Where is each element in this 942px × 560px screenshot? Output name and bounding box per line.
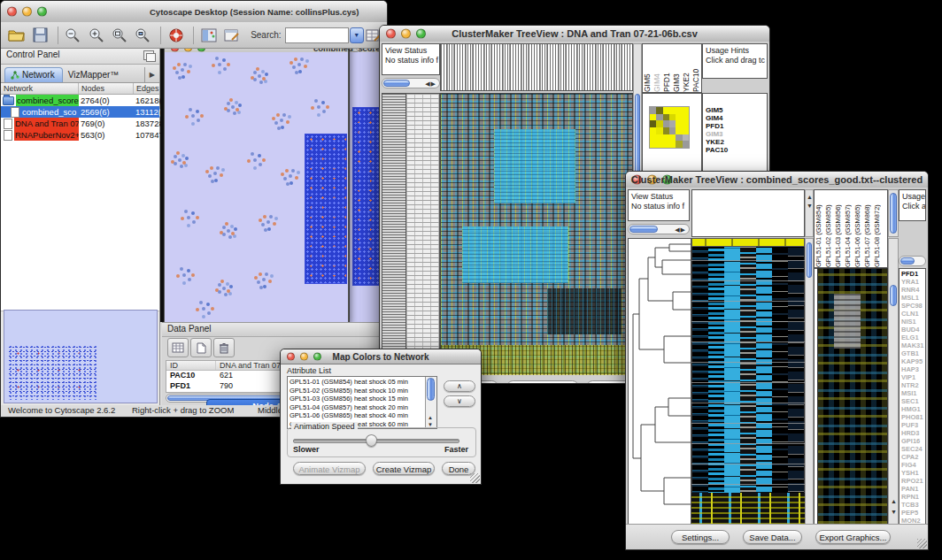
gene-label[interactable]: PHO81 <box>901 413 925 421</box>
tab-vizmapper[interactable]: VizMapper™ <box>63 68 127 82</box>
gene-label[interactable]: VIP1 <box>901 373 925 381</box>
chevron-down-icon[interactable]: ▼ <box>350 27 364 43</box>
attribute-list-vscrollbar[interactable]: ▲ ▼ <box>425 377 436 428</box>
col-edges[interactable]: Edges <box>134 83 163 94</box>
gene-label[interactable]: CLN1 <box>901 310 925 318</box>
column-label[interactable]: GIM5 <box>643 44 652 92</box>
gene-label[interactable]: SPC98 <box>901 302 925 310</box>
resize-grip[interactable] <box>470 473 480 483</box>
export-graphics-button[interactable]: Export Graphics... <box>815 530 891 544</box>
attribute-select-button[interactable] <box>167 338 189 357</box>
column-label[interactable]: GPL51-08 (GSM872) <box>873 191 883 267</box>
gene-label[interactable]: RNR4 <box>901 286 925 294</box>
attribute-item[interactable]: GPL51-04 (GSM857) heat shock 20 min <box>290 403 425 412</box>
network-view-frame[interactable]: combined_scores_good.txt--cluste... <box>164 49 349 322</box>
gene-label[interactable]: PAN1 <box>901 485 925 493</box>
attribute-listbox[interactable]: GPL51-01 (GSM854) heat shock 05 minGPL51… <box>287 376 437 429</box>
gene-label[interactable]: ELG1 <box>901 334 925 341</box>
row-label[interactable]: GIM5 <box>706 106 767 114</box>
minimize-button[interactable] <box>22 7 32 17</box>
save-session-button[interactable] <box>29 26 50 45</box>
column-label[interactable]: GIM3 <box>672 44 682 92</box>
tv2-titlebar[interactable]: ClusterMaker TreeView : combined_scores_… <box>626 172 928 188</box>
tv2-summary-heatmap[interactable] <box>817 268 888 525</box>
zoom-in-icon[interactable] <box>86 26 106 45</box>
gene-label[interactable]: YRA1 <box>901 278 925 286</box>
column-label[interactable]: PFD1 <box>662 44 672 92</box>
gene-label[interactable]: PFD1 <box>901 270 925 278</box>
tv2-right-hscrollbar[interactable] <box>899 256 926 266</box>
animate-vizmap-button[interactable]: Animate Vizmap <box>293 462 366 475</box>
minimize-button[interactable] <box>184 49 192 52</box>
tv2-left-hscrollbar[interactable]: ◀▶ <box>628 224 690 234</box>
zoom-selected-icon[interactable] <box>133 26 153 45</box>
column-label[interactable]: GPL51-04 (GSM857) <box>844 191 853 267</box>
gene-label[interactable]: GTB1 <box>901 349 925 357</box>
window-controls[interactable] <box>7 7 47 17</box>
open-session-button[interactable] <box>6 26 27 45</box>
scroll-arrows[interactable]: ◀▶ <box>675 226 686 234</box>
tv2-gene-vscrollbar[interactable]: ▲ ▼ <box>888 238 899 525</box>
dialog-titlebar[interactable]: Map Colors to Network <box>281 349 481 364</box>
window-edit-icon[interactable] <box>222 26 243 45</box>
create-vizmap-button[interactable]: Create Vizmap <box>373 462 435 475</box>
new-attribute-button[interactable] <box>190 338 212 357</box>
gene-label[interactable]: HMG1 <box>901 405 925 413</box>
tv1-heatmap[interactable] <box>440 93 633 374</box>
column-label[interactable]: PAC10 <box>691 44 701 92</box>
close-button[interactable] <box>171 49 179 52</box>
tab-overflow-arrow[interactable]: ▶ <box>144 67 159 82</box>
gene-label[interactable]: GPI16 <box>901 437 925 445</box>
row-label[interactable]: GIM3 <box>706 130 767 138</box>
column-dendrogram[interactable] <box>440 43 633 91</box>
gene-label[interactable]: SEC24 <box>901 445 925 453</box>
panel-layout-icon[interactable] <box>198 26 219 45</box>
settings-button[interactable]: Settings... <box>671 530 730 544</box>
column-label[interactable]: GPL51-06 (GSM865) <box>853 191 863 267</box>
tv2-heatmap-vscrollbar[interactable] <box>805 238 814 525</box>
gene-label[interactable]: MAK31 <box>901 341 925 349</box>
gene-label[interactable]: KAP95 <box>901 357 925 365</box>
row-label[interactable]: PAC10 <box>706 146 767 154</box>
tv2-top-vscrollbar[interactable] <box>888 189 899 237</box>
gene-label[interactable]: BUD4 <box>901 326 925 334</box>
gene-label[interactable]: MSI1 <box>901 389 925 397</box>
zoom-button[interactable] <box>37 7 47 17</box>
search-input[interactable] <box>285 27 349 43</box>
gene-label[interactable]: HRD3 <box>901 429 925 437</box>
column-label[interactable]: GPL51-07 (GSM868) <box>863 191 873 267</box>
zoom-out-icon[interactable] <box>63 26 83 45</box>
gene-label[interactable]: PEP5 <box>901 509 925 517</box>
attribute-item[interactable]: GPL51-06 (GSM865) heat shock 40 min <box>290 411 425 420</box>
main-titlebar[interactable]: Cytoscape Desktop (Session Name: collins… <box>1 1 387 23</box>
gene-label[interactable]: TCB3 <box>901 501 925 509</box>
attribute-item[interactable]: GPL51-01 (GSM854) heat shock 05 min <box>290 378 425 387</box>
tv1-left-hscrollbar[interactable]: ◀▶ <box>382 78 440 88</box>
row-label[interactable]: YKE2 <box>706 138 767 146</box>
close-button[interactable] <box>7 7 17 17</box>
row-dendrogram-dense[interactable] <box>382 93 406 374</box>
gene-label[interactable]: MSL1 <box>901 294 925 302</box>
zoom-fit-icon[interactable] <box>109 26 129 45</box>
scroll-down-arrow[interactable]: ▼ <box>891 509 897 515</box>
row-dendrogram[interactable] <box>628 238 691 525</box>
scrollbar-thumb[interactable] <box>807 242 812 278</box>
tv2-mid-strip[interactable]: ▲ ▼ <box>805 189 814 237</box>
save-data-button[interactable]: Save Data... <box>743 530 802 544</box>
network-canvas[interactable] <box>165 52 348 322</box>
zoom-button[interactable] <box>197 49 205 52</box>
network-row-selected[interactable]: combined_sco 2569(6) 13112(15) <box>1 106 159 118</box>
tv2-heatmap[interactable] <box>691 238 805 525</box>
export-graphics-button[interactable]: Export Graphics... <box>506 380 579 383</box>
attribute-item[interactable]: GPL51-03 (GSM856) heat shock 15 min <box>290 395 425 403</box>
gene-label[interactable]: SEC1 <box>901 397 925 405</box>
col-id[interactable]: ID <box>166 361 216 370</box>
gene-label[interactable]: NIS1 <box>901 318 925 326</box>
network-row[interactable]: combined_scores 2764(0) 16218(0) <box>1 95 159 106</box>
search-combobox[interactable]: ▼ <box>285 27 364 43</box>
row-label[interactable]: GIM4 <box>706 114 767 122</box>
network-overview-thumbnail[interactable] <box>4 310 158 403</box>
resize-grip[interactable] <box>917 539 927 548</box>
gene-label[interactable]: PUF3 <box>901 421 925 429</box>
help-lifering-icon[interactable] <box>166 26 186 45</box>
